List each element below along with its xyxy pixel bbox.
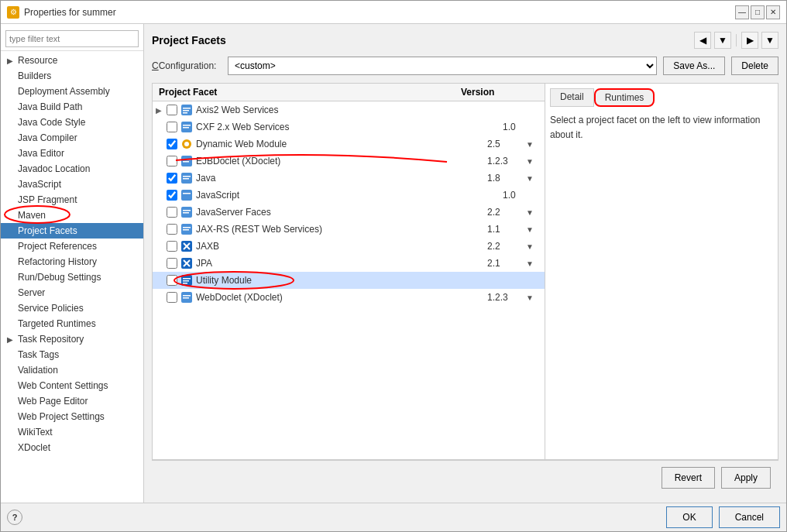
dropdown-button[interactable]: ▼	[714, 32, 731, 49]
facet-checkbox-jsf[interactable]	[167, 207, 177, 218]
sidebar-item-validation[interactable]: Validation	[1, 362, 143, 378]
sidebar-item-builders[interactable]: Builders	[1, 68, 143, 84]
facet-checkbox-jpa[interactable]	[167, 258, 177, 269]
sidebar-item-java-code-style[interactable]: Java Code Style	[1, 115, 143, 130]
facet-dropdown-jpa[interactable]: ▼	[526, 259, 541, 268]
sidebar-item-refactoring-history[interactable]: Refactoring History	[1, 254, 143, 269]
facet-name-jpa: JPA	[196, 258, 487, 269]
sidebar-item-label: Run/Debug Settings	[18, 272, 101, 283]
sidebar-item-label: WikiText	[18, 427, 53, 438]
sidebar-item-task-repository[interactable]: ▶ Task Repository	[1, 331, 143, 347]
sidebar-item-project-references[interactable]: Project References	[1, 239, 143, 254]
config-row: CConfiguration: <custom> Save As... Dele…	[152, 57, 778, 75]
maximize-button[interactable]: □	[751, 5, 765, 19]
filter-box	[1, 27, 143, 51]
sidebar-item-targeted-runtimes[interactable]: Targeted Runtimes	[1, 316, 143, 331]
sidebar-item-maven[interactable]: Maven	[1, 208, 143, 223]
back-button[interactable]: ◀	[694, 32, 711, 49]
help-button[interactable]: ?	[7, 510, 22, 525]
facet-icon-ejb	[180, 155, 193, 167]
facet-version-jsf: 2.2	[487, 207, 526, 218]
facet-dropdown-jsf[interactable]: ▼	[526, 208, 541, 217]
facets-table-panel: Project Facet Version ▶	[153, 84, 545, 459]
facet-dropdown-java[interactable]: ▼	[526, 174, 541, 183]
sidebar-item-task-tags[interactable]: Task Tags	[1, 347, 143, 362]
facet-dropdown-jaxb[interactable]: ▼	[526, 242, 541, 251]
table-row[interactable]: Java 1.8 ▼	[153, 170, 545, 187]
svg-rect-11	[183, 159, 191, 160]
facet-checkbox-jaxrs[interactable]	[167, 224, 177, 235]
facet-icon-java	[180, 172, 193, 184]
sidebar-item-java-compiler[interactable]: Java Compiler	[1, 130, 143, 146]
svg-rect-17	[183, 193, 191, 194]
table-row[interactable]: JPA 2.1 ▼	[153, 255, 545, 272]
facet-checkbox-webdoclet[interactable]	[167, 292, 177, 303]
sidebar-item-resource[interactable]: ▶ Resource	[1, 53, 143, 68]
panel-title: Project Facets	[152, 34, 226, 46]
sidebar-item-label: XDoclet	[18, 442, 50, 453]
facet-checkbox-utility[interactable]	[167, 275, 177, 286]
save-as-button[interactable]: Save As...	[663, 57, 725, 75]
delete-button[interactable]: Delete	[731, 57, 778, 75]
sidebar-item-java-build-path[interactable]: Java Build Path	[1, 99, 143, 115]
sidebar-item-web-page-editor[interactable]: Web Page Editor	[1, 393, 143, 409]
title-bar: ⚙ Properties for summer — □ ✕	[1, 1, 786, 24]
cancel-button[interactable]: Cancel	[719, 506, 780, 528]
facet-version-javascript: 1.0	[503, 190, 541, 201]
sidebar-item-project-facets[interactable]: Project Facets	[1, 223, 143, 239]
sidebar-item-javascript[interactable]: JavaScript	[1, 177, 143, 192]
sidebar-item-deployment-assembly[interactable]: Deployment Assembly	[1, 84, 143, 99]
ok-button[interactable]: OK	[666, 506, 712, 528]
main-window: ⚙ Properties for summer — □ ✕ ▶ Resource…	[0, 0, 787, 532]
close-button[interactable]: ✕	[766, 5, 780, 19]
table-row[interactable]: CXF 2.x Web Services 1.0	[153, 118, 545, 136]
apply-button[interactable]: Apply	[721, 467, 771, 489]
facet-dropdown-ejb[interactable]: ▼	[526, 157, 541, 166]
forward-dropdown-button[interactable]: ▼	[761, 32, 778, 49]
table-row[interactable]: JAXB 2.2 ▼	[153, 238, 545, 255]
table-row-utility-module[interactable]: Utility Module	[153, 272, 545, 289]
sidebar-item-label: Java Build Path	[18, 101, 82, 112]
facet-checkbox-javascript[interactable]	[167, 190, 177, 201]
table-row[interactable]: ▶ Axis2 Web Services	[153, 101, 545, 118]
sidebar-item-jsp-fragment[interactable]: JSP Fragment	[1, 192, 143, 208]
facet-icon-cxf	[180, 121, 193, 133]
facet-checkbox-axis2[interactable]	[167, 105, 177, 115]
facet-dropdown-jaxrs[interactable]: ▼	[526, 225, 541, 234]
facet-dropdown-dynweb[interactable]: ▼	[526, 140, 541, 149]
table-row[interactable]: EJBDoclet (XDoclet) 1.2.3 ▼	[153, 153, 545, 170]
detail-tabs: Detail Runtimes	[550, 88, 773, 107]
facet-dropdown-webdoclet[interactable]: ▼	[526, 293, 541, 302]
sidebar-item-java-editor[interactable]: Java Editor	[1, 146, 143, 161]
tab-detail[interactable]: Detail	[550, 88, 594, 107]
revert-button[interactable]: Revert	[662, 467, 715, 489]
table-row[interactable]: JavaServer Faces 2.2 ▼	[153, 204, 545, 221]
sidebar-item-web-project-settings[interactable]: Web Project Settings	[1, 409, 143, 424]
table-row[interactable]: Dynamic Web Module 2.5 ▼	[153, 136, 545, 153]
minimize-button[interactable]: —	[735, 5, 749, 19]
facet-checkbox-java[interactable]	[167, 173, 177, 184]
table-row[interactable]: JAX-RS (REST Web Services) 1.1 ▼	[153, 221, 545, 238]
facet-checkbox-cxf[interactable]	[167, 122, 177, 132]
sidebar-item-javadoc-location[interactable]: Javadoc Location	[1, 161, 143, 177]
config-select[interactable]: <custom>	[228, 57, 657, 75]
forward-button[interactable]: ▶	[741, 32, 758, 49]
sidebar-item-xdoclet[interactable]: XDoclet	[1, 440, 143, 455]
sidebar-item-wikitext[interactable]: WikiText	[1, 424, 143, 440]
table-row[interactable]: WebDoclet (XDoclet) 1.2.3 ▼	[153, 289, 545, 306]
filter-input[interactable]	[5, 30, 139, 47]
sidebar-item-server[interactable]: Server	[1, 285, 143, 300]
facet-checkbox-ejb[interactable]	[167, 156, 177, 166]
facet-checkbox-dynweb[interactable]	[167, 139, 177, 149]
table-row[interactable]: JavaScript 1.0	[153, 187, 545, 204]
sidebar-item-web-content-settings[interactable]: Web Content Settings	[1, 378, 143, 393]
sidebar-item-label: Task Repository	[18, 334, 84, 345]
sidebar-item-label: Builders	[18, 70, 51, 81]
sidebar-item-service-policies[interactable]: Service Policies	[1, 300, 143, 316]
facet-checkbox-jaxb[interactable]	[167, 241, 177, 252]
right-panel: Project Facets ◀ ▼ ▶ ▼	[144, 24, 786, 503]
tab-runtimes[interactable]: Runtimes	[594, 88, 655, 107]
svg-rect-12	[183, 161, 189, 163]
svg-rect-16	[181, 190, 192, 201]
sidebar-item-run-debug[interactable]: Run/Debug Settings	[1, 269, 143, 285]
